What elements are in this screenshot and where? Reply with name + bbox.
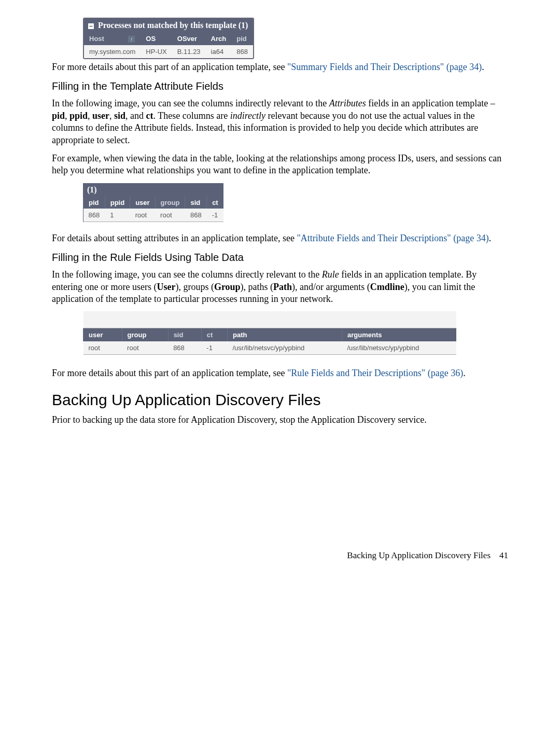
col-osver[interactable]: OSver — [172, 32, 206, 45]
col-group[interactable]: group — [155, 197, 185, 209]
subhead-template-attribute: Filling in the Template Attribute Fields — [52, 80, 508, 92]
table1-data-row: my.system.com HP-UX B.11.23 ia64 868 — [84, 45, 253, 58]
processes-not-matched-table: – Processes not matched by this template… — [83, 18, 254, 59]
table1-header-row: Host ↑ OS OSver Arch pid — [84, 32, 253, 45]
collapse-icon[interactable]: – — [88, 23, 94, 29]
col-ct3[interactable]: ct — [201, 328, 227, 342]
col-pid[interactable]: pid — [231, 32, 253, 45]
col-path[interactable]: path — [228, 328, 342, 342]
subhead-rule-fields: Filling in the Rule Fields Using Table D… — [52, 252, 508, 264]
col-ct[interactable]: ct — [207, 197, 223, 209]
para-attributes-desc: In the following image, you can see the … — [52, 98, 508, 146]
para-backing-up: Prior to backing up the data store for A… — [52, 414, 508, 426]
heading-backing-up: Backing Up Application Discovery Files — [52, 391, 508, 409]
para-example-relationships: For example, when viewing the data in th… — [52, 153, 508, 177]
table2-caption: (1) — [83, 183, 223, 197]
link-rule-fields[interactable]: "Rule Fields and Their Descriptions" (pa… — [287, 368, 463, 378]
blank-row — [83, 311, 457, 328]
col-sid[interactable]: sid — [185, 197, 207, 209]
attributes-table: (1) pid ppid user group sid ct 868 1 roo… — [83, 183, 223, 222]
table2-data-row: 868 1 root root 868 -1 — [83, 209, 223, 222]
col-os[interactable]: OS — [141, 32, 172, 45]
para-attribute-fields: For details about setting attributes in … — [52, 232, 508, 244]
para-rule-desc: In the following image, you can see the … — [52, 269, 508, 305]
link-attribute-fields[interactable]: "Attribute Fields and Their Descriptions… — [297, 233, 488, 243]
para-rule-fields-link: For more details about this part of an a… — [52, 367, 508, 379]
col-ppid[interactable]: ppid — [105, 197, 130, 209]
table2-header-row: pid ppid user group sid ct — [83, 197, 223, 209]
para-summary-fields: For more details about this part of an a… — [52, 61, 508, 73]
table3-data-row: root root 868 -1 /usr/lib/netsvc/yp/ypbi… — [83, 341, 457, 355]
col-host[interactable]: Host — [84, 32, 123, 45]
col-user3[interactable]: user — [83, 328, 122, 342]
link-summary-fields[interactable]: "Summary Fields and Their Descriptions" … — [287, 62, 482, 72]
col-arguments[interactable]: arguments — [342, 328, 457, 342]
rule-table: user group sid ct path arguments root ro… — [83, 311, 456, 355]
col-arch[interactable]: Arch — [206, 32, 232, 45]
page-footer: Backing Up Application Discovery Files 4… — [52, 550, 508, 561]
table1-title: Processes not matched by this template (… — [98, 21, 248, 30]
col-group3[interactable]: group — [122, 328, 168, 342]
col-sid3[interactable]: sid — [168, 328, 201, 342]
table3-header-row: user group sid ct path arguments — [83, 328, 457, 342]
col-pid2[interactable]: pid — [83, 197, 105, 209]
sort-arrow-icon[interactable]: ↑ — [128, 36, 135, 43]
col-user[interactable]: user — [130, 197, 155, 209]
